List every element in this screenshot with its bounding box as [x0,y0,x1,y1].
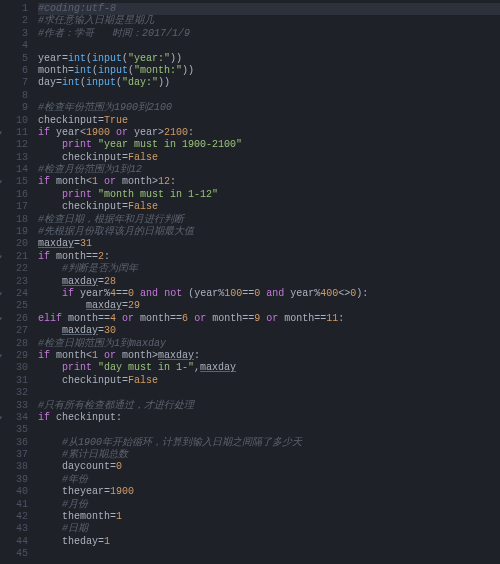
code-line[interactable]: maxday=29 [38,300,500,312]
code-line[interactable]: #月份 [38,499,500,511]
line-number-gutter: 1234567891011▾12131415▾161718192021▾2223… [0,0,34,564]
code-line[interactable]: day=int(input("day:")) [38,77,500,89]
line-number: 7 [0,77,28,89]
code-line[interactable] [38,424,500,436]
code-line[interactable]: theday=1 [38,536,500,548]
code-line[interactable]: #检查年份范围为1900到2100 [38,102,500,114]
line-number: 42 [0,511,28,523]
line-number: 28 [0,338,28,350]
code-line[interactable]: checkinput=False [38,201,500,213]
code-line[interactable]: if month==2: [38,251,500,263]
code-line[interactable]: #作者：学哥 时间：2017/1/9 [38,28,500,40]
code-line[interactable]: #检查日期，根据年和月进行判断 [38,214,500,226]
line-number: 8 [0,90,28,102]
code-line[interactable]: if month<1 or month>maxday: [38,350,500,362]
line-number: 19 [0,226,28,238]
code-line[interactable]: print "year must in 1900-2100" [38,139,500,151]
line-number: 24▾ [0,288,28,300]
line-number: 6 [0,65,28,77]
code-line[interactable]: checkinput=False [38,375,500,387]
line-number: 12 [0,139,28,151]
line-number: 10 [0,115,28,127]
code-line[interactable]: #判断是否为闰年 [38,263,500,275]
line-number: 29▾ [0,350,28,362]
code-line[interactable] [38,387,500,399]
line-number: 45 [0,548,28,560]
line-number: 4 [0,40,28,52]
code-line[interactable] [38,548,500,560]
code-line[interactable]: theyear=1900 [38,486,500,498]
code-line[interactable]: maxday=28 [38,276,500,288]
fold-icon[interactable]: ▾ [0,176,3,188]
code-line[interactable] [38,90,500,102]
line-number: 14 [0,164,28,176]
code-line[interactable]: daycount=0 [38,461,500,473]
line-number: 37 [0,449,28,461]
line-number: 23 [0,276,28,288]
line-number: 5 [0,53,28,65]
fold-icon[interactable]: ▾ [0,127,3,139]
code-line[interactable]: themonth=1 [38,511,500,523]
line-number: 13 [0,152,28,164]
code-line[interactable]: if month<1 or month>12: [38,176,500,188]
line-number: 15▾ [0,176,28,188]
code-line[interactable]: #日期 [38,523,500,535]
code-line[interactable]: #从1900年开始循环，计算到输入日期之间隔了多少天 [38,437,500,449]
fold-icon[interactable]: ▾ [0,251,3,263]
line-number: 20 [0,238,28,250]
line-number: 30 [0,362,28,374]
code-line[interactable]: print "day must in 1-",maxday [38,362,500,374]
line-number: 43 [0,523,28,535]
code-line[interactable]: if year%4==0 and not (year%100==0 and ye… [38,288,500,300]
code-line[interactable]: month=int(input("month:")) [38,65,500,77]
line-number: 36 [0,437,28,449]
code-line[interactable]: elif month==4 or month==6 or month==9 or… [38,313,500,325]
code-line[interactable]: #累计日期总数 [38,449,500,461]
code-editor-content[interactable]: #coding:utf-8#求任意输入日期是星期几#作者：学哥 时间：2017/… [34,0,500,564]
code-line[interactable]: #求任意输入日期是星期几 [38,15,500,27]
code-line[interactable]: checkinput=False [38,152,500,164]
line-number: 11▾ [0,127,28,139]
line-number: 39 [0,474,28,486]
line-number: 25 [0,300,28,312]
line-number: 22 [0,263,28,275]
line-number: 26▾ [0,313,28,325]
line-number: 2 [0,15,28,27]
line-number: 21▾ [0,251,28,263]
line-number: 44 [0,536,28,548]
code-line[interactable]: maxday=30 [38,325,500,337]
code-line[interactable]: if year<1900 or year>2100: [38,127,500,139]
line-number: 32 [0,387,28,399]
line-number: 40 [0,486,28,498]
code-line[interactable]: #只有所有检查都通过，才进行处理 [38,400,500,412]
line-number: 3 [0,28,28,40]
code-line[interactable]: #先根据月份取得该月的日期最大值 [38,226,500,238]
code-line[interactable]: maxday=31 [38,238,500,250]
code-line[interactable]: #coding:utf-8 [38,3,500,15]
line-number: 9 [0,102,28,114]
fold-icon[interactable]: ▾ [0,412,3,424]
code-line[interactable]: print "month must in 1-12" [38,189,500,201]
code-line[interactable]: #年份 [38,474,500,486]
fold-icon[interactable]: ▾ [0,313,3,325]
code-line[interactable]: #检查日期范围为1到maxday [38,338,500,350]
line-number: 16 [0,189,28,201]
line-number: 38 [0,461,28,473]
code-line[interactable]: #检查月份范围为1到12 [38,164,500,176]
code-line[interactable]: checkinput=True [38,115,500,127]
code-line[interactable]: year=int(input("year:")) [38,53,500,65]
code-line[interactable] [38,40,500,52]
line-number: 41 [0,499,28,511]
line-number: 27 [0,325,28,337]
line-number: 31 [0,375,28,387]
fold-icon[interactable]: ▾ [0,350,3,362]
line-number: 34▾ [0,412,28,424]
code-line[interactable]: if checkinput: [38,412,500,424]
line-number: 17 [0,201,28,213]
fold-icon[interactable]: ▾ [0,288,3,300]
line-number: 18 [0,214,28,226]
line-number: 33 [0,400,28,412]
line-number: 35 [0,424,28,436]
line-number: 1 [0,3,28,15]
